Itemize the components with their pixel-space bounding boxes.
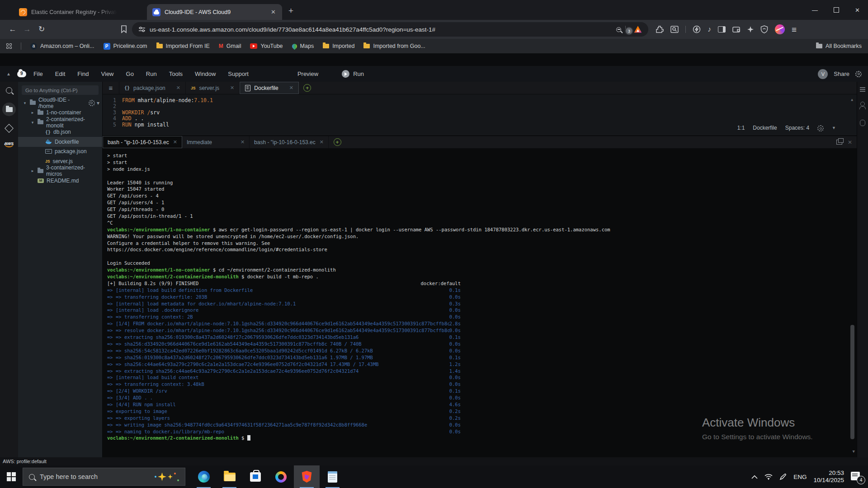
apps-grid-icon[interactable] bbox=[6, 43, 12, 49]
editor-tab-server-js[interactable]: JS server.js ✕ bbox=[186, 82, 240, 94]
tree-settings[interactable]: ▾ bbox=[89, 100, 99, 106]
close-tab-icon[interactable]: ✕ bbox=[289, 85, 293, 91]
tree-item-cloud9-ide-home[interactable]: ▾Cloud9-IDE - /home▾ bbox=[18, 98, 102, 108]
language-indicator[interactable]: ENG bbox=[793, 474, 807, 480]
menu-go[interactable]: Go bbox=[126, 70, 134, 77]
tab-close-icon[interactable]: ✕ bbox=[270, 9, 277, 15]
wallet-icon[interactable] bbox=[732, 26, 741, 33]
menu-support[interactable]: Support bbox=[228, 70, 249, 77]
window-maximize-button[interactable] bbox=[826, 0, 847, 20]
run-button[interactable]: Run bbox=[342, 70, 364, 78]
collaborate-icon[interactable] bbox=[860, 102, 865, 106]
ide-settings-gear-icon[interactable] bbox=[855, 71, 862, 77]
leo-ai-icon[interactable] bbox=[747, 26, 754, 33]
bookmark-item[interactable]: Amazon.com – Onli... bbox=[30, 43, 94, 50]
taskbar-clock[interactable]: 20:53 10/14/2025 bbox=[813, 469, 844, 484]
menu-view[interactable]: View bbox=[101, 70, 114, 77]
cloud9-logo[interactable] bbox=[17, 71, 26, 77]
extensions-icon[interactable] bbox=[656, 25, 664, 33]
sidebar-toggle-icon[interactable] bbox=[718, 26, 726, 33]
start-button[interactable] bbox=[0, 465, 23, 488]
new-terminal-tab-button[interactable]: + bbox=[329, 136, 346, 148]
terminal-tab-bash-2[interactable]: bash - "ip-10-16-0-153.ec ✕ bbox=[250, 136, 329, 148]
taskbar-app-explorer[interactable] bbox=[217, 465, 242, 488]
pen-icon[interactable] bbox=[779, 473, 787, 480]
close-tab-icon[interactable]: ✕ bbox=[230, 85, 234, 91]
maximize-panel-icon[interactable] bbox=[836, 140, 842, 145]
editor-scroll-up-icon[interactable]: ▲ bbox=[851, 97, 853, 103]
menu-file[interactable]: File bbox=[33, 70, 43, 77]
tray-chevron-up-icon[interactable] bbox=[751, 475, 758, 479]
notification-center-button[interactable]: 4 bbox=[851, 471, 863, 483]
aws-logo[interactable]: aws bbox=[5, 141, 14, 147]
outline-icon[interactable] bbox=[860, 87, 865, 88]
bookmark-item[interactable]: Imported from Goo... bbox=[363, 43, 425, 49]
forward-button[interactable]: → bbox=[20, 22, 34, 37]
syntax-mode[interactable]: Dockerfile bbox=[753, 125, 777, 131]
user-avatar[interactable]: V bbox=[818, 69, 828, 79]
bookmark-item[interactable]: PPriceline.com bbox=[104, 43, 147, 50]
menu-find[interactable]: Find bbox=[77, 70, 89, 77]
taskbar-app-edge[interactable] bbox=[191, 465, 217, 488]
taskbar-app-copilot[interactable] bbox=[268, 465, 294, 488]
close-tab-icon[interactable]: ✕ bbox=[173, 139, 177, 145]
tab-list-menu-icon[interactable]: ≡ bbox=[103, 82, 119, 94]
close-tab-icon[interactable]: ✕ bbox=[320, 139, 324, 145]
debugger-icon[interactable] bbox=[860, 120, 865, 126]
taskbar-search-input[interactable]: Type here to search bbox=[23, 468, 185, 486]
editor-tab-package-json[interactable]: {} package.json ✕ bbox=[119, 82, 186, 94]
source-control-icon[interactable] bbox=[5, 124, 14, 133]
chevron-down-icon[interactable]: ▾ bbox=[30, 120, 35, 125]
bookmark-item[interactable]: Maps bbox=[292, 43, 314, 49]
taskbar-app-store[interactable] bbox=[242, 465, 268, 488]
editor-tab-dockerfile[interactable]: Dockerfile ✕ bbox=[240, 82, 299, 94]
collapse-menubar-icon[interactable]: ▲ bbox=[6, 71, 11, 76]
bookmark-icon[interactable] bbox=[120, 25, 127, 33]
bookmark-item[interactable]: YouTube bbox=[250, 43, 283, 49]
address-bar[interactable]: us-east-1.console.aws.amazon.com/cloud9/… bbox=[132, 22, 648, 37]
terminal-tab-immediate[interactable]: Immediate ✕ bbox=[182, 136, 250, 148]
media-icon[interactable]: ♪ bbox=[708, 26, 711, 33]
taskbar-app-brave[interactable] bbox=[294, 465, 320, 488]
bookmark-item[interactable]: MGmail bbox=[219, 43, 241, 49]
zoom-out-icon[interactable] bbox=[616, 27, 621, 32]
terminal[interactable]: > start> start> node index.js Leader 150… bbox=[103, 149, 857, 457]
new-tab-button[interactable]: + bbox=[288, 6, 293, 16]
preview-menu[interactable]: Preview bbox=[297, 70, 318, 77]
bookmark-item[interactable]: Imported From IE bbox=[156, 43, 210, 49]
browser-menu-icon[interactable]: ≡ bbox=[792, 25, 797, 34]
wifi-icon[interactable] bbox=[764, 474, 773, 480]
vpn-shield-icon[interactable] bbox=[760, 25, 768, 33]
search-icon[interactable] bbox=[6, 87, 12, 94]
close-tab-icon[interactable]: ✕ bbox=[176, 85, 180, 91]
site-settings-icon[interactable] bbox=[138, 26, 146, 33]
all-bookmarks-button[interactable]: All Bookmarks bbox=[816, 43, 862, 49]
close-panel-icon[interactable]: ✕ bbox=[848, 139, 852, 145]
status-dropdown-icon[interactable]: ▼ bbox=[832, 125, 836, 131]
taskbar-app-notepad[interactable] bbox=[320, 465, 345, 488]
code-editor[interactable]: 1FROM mhart/alpine-node:7.10.123WORKDIR … bbox=[103, 94, 857, 136]
menu-window[interactable]: Window bbox=[195, 70, 216, 77]
tree-item-package-json[interactable]: package.json bbox=[18, 147, 102, 157]
back-button[interactable]: ← bbox=[5, 22, 20, 37]
terminal-scroll-down-icon[interactable]: ▼ bbox=[853, 448, 855, 455]
share-button[interactable]: Share bbox=[834, 70, 849, 77]
profile-avatar[interactable] bbox=[775, 24, 785, 34]
file-tree-toggle[interactable] bbox=[2, 103, 16, 116]
close-tab-icon[interactable]: ✕ bbox=[241, 139, 245, 145]
tree-item-dockerfile[interactable]: Dockerfile bbox=[18, 137, 102, 147]
tree-item-3-containerized-micros[interactable]: ▸3-containerized-micros bbox=[18, 166, 102, 176]
editor-settings-gear-icon[interactable] bbox=[817, 125, 824, 131]
terminal-tab-bash-1[interactable]: bash - "ip-10-16-0-153.ec ✕ bbox=[103, 136, 182, 148]
window-minimize-button[interactable]: — bbox=[804, 0, 826, 20]
reload-button[interactable]: ↻ bbox=[34, 22, 49, 37]
new-editor-tab-button[interactable]: + bbox=[299, 82, 316, 94]
chevron-right-icon[interactable]: ▸ bbox=[30, 110, 35, 115]
search-tabs-icon[interactable] bbox=[670, 26, 679, 33]
window-close-button[interactable]: ✕ bbox=[847, 0, 868, 20]
tree-item-2-containerized-monolit[interactable]: ▾2-containerized-monolit bbox=[18, 117, 102, 127]
chevron-down-icon[interactable]: ▾ bbox=[23, 101, 27, 105]
goto-anything-input[interactable]: Go to Anything (Ctrl-P) bbox=[22, 85, 99, 95]
cursor-position[interactable]: 1:1 bbox=[737, 125, 745, 131]
brave-rewards-icon[interactable] bbox=[634, 26, 642, 33]
